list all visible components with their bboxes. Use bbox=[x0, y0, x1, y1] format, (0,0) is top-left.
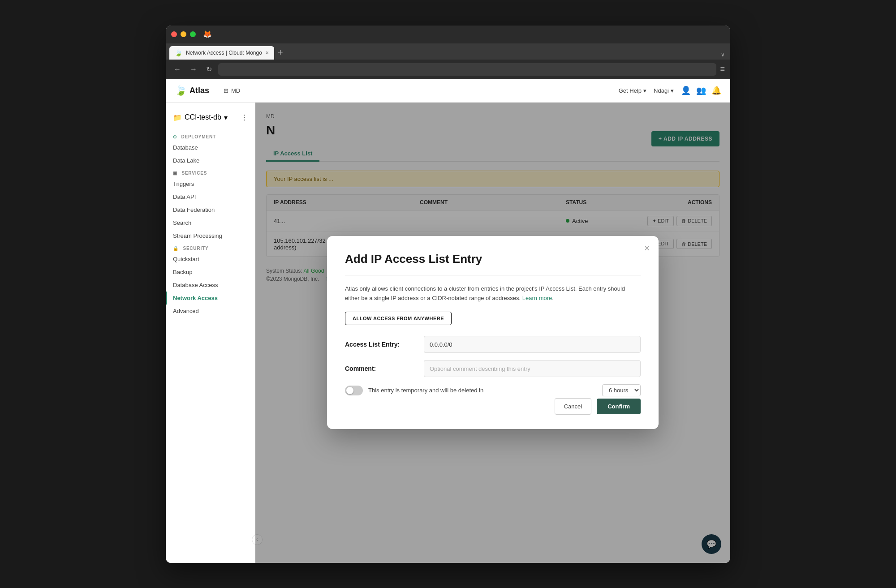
access-list-entry-input[interactable] bbox=[424, 336, 641, 353]
hours-select[interactable]: 6 hours bbox=[602, 384, 641, 396]
modal-description: Atlas only allows client connections to … bbox=[345, 284, 641, 303]
cancel-button[interactable]: Cancel bbox=[555, 398, 591, 415]
project-chevron: ▾ bbox=[224, 113, 228, 122]
temporary-toggle[interactable] bbox=[345, 386, 363, 395]
allow-anywhere-button[interactable]: ALLOW ACCESS FROM ANYWHERE bbox=[345, 312, 452, 325]
temporary-entry-row: This entry is temporary and will be dele… bbox=[345, 384, 641, 396]
temporary-label: This entry is temporary and will be dele… bbox=[368, 387, 597, 394]
project-selector[interactable]: 📁 CCI-test-db ▾ ⋮ bbox=[166, 110, 255, 125]
minimize-traffic-light[interactable] bbox=[181, 31, 186, 37]
databaseaccess-label: Database Access bbox=[173, 282, 218, 288]
comment-row: Comment: bbox=[345, 360, 641, 377]
get-help-label: Get Help bbox=[619, 87, 642, 94]
back-button[interactable]: ← bbox=[171, 64, 184, 75]
stream-label: Stream Processing bbox=[173, 232, 222, 239]
main-area: 📁 CCI-test-db ▾ ⋮ ⊙ DEPLOYMENT Database … bbox=[166, 103, 730, 563]
sidebar-item-networkaccess[interactable]: Network Access bbox=[166, 292, 255, 305]
sidebar-item-datalake[interactable]: Data Lake bbox=[166, 154, 255, 167]
browser-menu-button[interactable]: ≡ bbox=[720, 64, 725, 74]
networkaccess-label: Network Access bbox=[173, 295, 218, 301]
maximize-traffic-light[interactable] bbox=[190, 31, 196, 37]
deployment-icon: ⊙ bbox=[173, 134, 177, 139]
services-section-label: ▣ SERVICES bbox=[166, 167, 255, 177]
atlas-name: Atlas bbox=[190, 86, 209, 95]
dataapi-label: Data API bbox=[173, 193, 196, 200]
datalake-label: Data Lake bbox=[173, 157, 199, 164]
modal-dialog: Add IP Access List Entry × Atlas only al… bbox=[327, 236, 659, 429]
app-header: 🍃 Atlas ⊞ MD Get Help ▾ Ndagi ▾ 👤 👥 bbox=[166, 79, 730, 103]
backup-label: Backup bbox=[173, 269, 192, 275]
user-chevron: ▾ bbox=[671, 87, 674, 94]
user-name-label: Ndagi bbox=[654, 87, 669, 94]
services-icon: ▣ bbox=[173, 171, 177, 176]
sidebar: 📁 CCI-test-db ▾ ⋮ ⊙ DEPLOYMENT Database … bbox=[166, 103, 255, 563]
atlas-leaf-icon: 🍃 bbox=[175, 85, 187, 96]
comment-label: Comment: bbox=[345, 365, 417, 372]
sidebar-item-search[interactable]: Search bbox=[166, 216, 255, 229]
title-bar: 🦊 bbox=[166, 26, 730, 43]
close-traffic-light[interactable] bbox=[171, 31, 177, 37]
team-icon[interactable]: 👥 bbox=[696, 86, 706, 95]
user-menu-button[interactable]: Ndagi ▾ bbox=[654, 87, 674, 94]
atlas-logo: 🍃 Atlas bbox=[175, 85, 209, 96]
sidebar-item-dataapi[interactable]: Data API bbox=[166, 190, 255, 203]
header-icons: 👤 👥 🔔 bbox=[681, 86, 721, 95]
invite-user-icon[interactable]: 👤 bbox=[681, 86, 691, 95]
project-options-icon[interactable]: ⋮ bbox=[241, 113, 248, 122]
search-label: Search bbox=[173, 219, 191, 226]
browser-icon: 🦊 bbox=[203, 30, 212, 39]
new-tab-button[interactable]: + bbox=[274, 46, 287, 60]
org-icon: ⊞ bbox=[224, 87, 228, 94]
modal-actions: Cancel Confirm bbox=[345, 398, 641, 415]
modal-divider bbox=[345, 275, 641, 275]
toggle-thumb bbox=[346, 387, 353, 394]
tab-title: Network Access | Cloud: Mongo bbox=[186, 50, 262, 56]
tab-close-button[interactable]: × bbox=[266, 50, 269, 56]
database-label: Database bbox=[173, 144, 198, 151]
app-container: 🍃 Atlas ⊞ MD Get Help ▾ Ndagi ▾ 👤 👥 bbox=[166, 79, 730, 563]
confirm-button[interactable]: Confirm bbox=[597, 399, 641, 414]
get-help-chevron: ▾ bbox=[643, 87, 646, 94]
sidebar-item-backup[interactable]: Backup bbox=[166, 266, 255, 279]
learn-more-link[interactable]: Learn more bbox=[522, 295, 552, 301]
advanced-label: Advanced bbox=[173, 308, 199, 314]
address-bar[interactable] bbox=[218, 63, 716, 76]
modal-close-button[interactable]: × bbox=[644, 243, 650, 253]
notifications-icon[interactable]: 🔔 bbox=[711, 86, 721, 95]
modal-title: Add IP Access List Entry bbox=[345, 252, 641, 266]
org-name: MD bbox=[231, 87, 240, 94]
datafederation-label: Data Federation bbox=[173, 206, 215, 213]
access-list-entry-row: Access List Entry: bbox=[345, 336, 641, 353]
project-name: CCI-test-db bbox=[185, 113, 221, 121]
refresh-button[interactable]: ↻ bbox=[203, 63, 215, 75]
tab-favicon: 🍃 bbox=[175, 49, 182, 56]
modal-overlay[interactable]: Add IP Access List Entry × Atlas only al… bbox=[255, 103, 730, 563]
sidebar-item-stream[interactable]: Stream Processing bbox=[166, 229, 255, 242]
tab-overflow-button[interactable]: ∨ bbox=[719, 50, 727, 60]
content-area: MD N IP Access List + ADD IP ADDRESS You… bbox=[255, 103, 730, 563]
deployment-section-label: ⊙ DEPLOYMENT bbox=[166, 131, 255, 141]
security-icon: 🔒 bbox=[173, 246, 179, 251]
triggers-label: Triggers bbox=[173, 180, 194, 187]
quickstart-label: Quickstart bbox=[173, 256, 199, 262]
get-help-button[interactable]: Get Help ▾ bbox=[619, 87, 646, 94]
sidebar-item-advanced[interactable]: Advanced bbox=[166, 305, 255, 318]
sidebar-item-triggers[interactable]: Triggers bbox=[166, 177, 255, 190]
comment-input[interactable] bbox=[424, 360, 641, 377]
navigation-bar: ← → ↻ ≡ bbox=[166, 60, 730, 79]
folder-icon: 📁 bbox=[173, 113, 182, 122]
tab-bar: 🍃 Network Access | Cloud: Mongo × + ∨ bbox=[166, 43, 730, 60]
sidebar-item-database[interactable]: Database bbox=[166, 141, 255, 154]
sidebar-item-quickstart[interactable]: Quickstart bbox=[166, 253, 255, 266]
org-selector[interactable]: ⊞ MD bbox=[224, 87, 240, 94]
security-section-label: 🔒 SECURITY bbox=[166, 242, 255, 253]
forward-button[interactable]: → bbox=[187, 64, 200, 75]
entry-label: Access List Entry: bbox=[345, 341, 417, 348]
sidebar-item-datafederation[interactable]: Data Federation bbox=[166, 203, 255, 216]
header-right: Get Help ▾ Ndagi ▾ 👤 👥 🔔 bbox=[619, 86, 721, 95]
sidebar-item-databaseaccess[interactable]: Database Access bbox=[166, 279, 255, 292]
active-tab[interactable]: 🍃 Network Access | Cloud: Mongo × bbox=[169, 46, 274, 60]
